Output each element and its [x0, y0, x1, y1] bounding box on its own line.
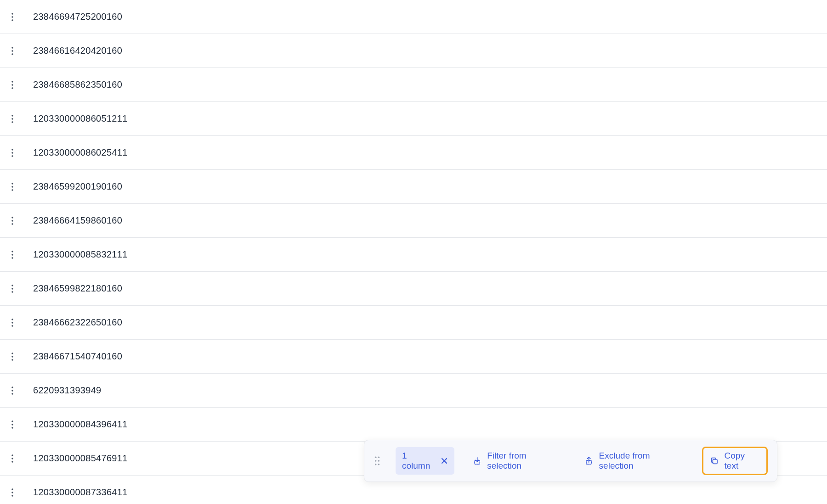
row-menu-button[interactable] [8, 217, 33, 225]
selection-count-label: 1 column [402, 451, 436, 471]
svg-point-33 [11, 386, 13, 388]
row-menu-button[interactable] [8, 386, 33, 395]
table-row[interactable]: 120330000084396411 [0, 408, 827, 442]
svg-point-15 [11, 183, 13, 185]
row-value: 23846694725200160 [33, 11, 122, 22]
svg-point-42 [11, 488, 13, 490]
svg-point-3 [11, 47, 13, 49]
svg-point-26 [11, 291, 13, 293]
table-row[interactable]: 23846685862350160 [0, 68, 827, 102]
row-menu-button[interactable] [8, 251, 33, 259]
exclude-from-selection-button[interactable]: Exclude from selection [579, 447, 689, 475]
svg-point-19 [11, 220, 13, 222]
more-vertical-icon [8, 285, 17, 293]
row-menu-button[interactable] [8, 183, 33, 191]
more-vertical-icon [8, 115, 17, 123]
table-row[interactable]: 23846599200190160 [0, 170, 827, 204]
svg-point-23 [11, 257, 13, 259]
row-value: 120330000085476911 [33, 453, 128, 464]
more-vertical-icon [8, 13, 17, 21]
row-value: 120330000084396411 [33, 419, 128, 430]
row-value: 23846664159860160 [33, 215, 122, 226]
svg-point-31 [11, 356, 13, 358]
svg-point-9 [11, 115, 13, 117]
table-row[interactable]: 120330000086051211 [0, 102, 827, 136]
exclude-label: Exclude from selection [599, 451, 684, 471]
svg-point-6 [11, 81, 13, 83]
svg-point-40 [11, 458, 13, 459]
table-row[interactable]: 23846664159860160 [0, 204, 827, 238]
row-value: 23846599822180160 [33, 283, 122, 294]
row-value: 23846671540740160 [33, 351, 122, 362]
row-menu-button[interactable] [8, 115, 33, 123]
svg-point-18 [11, 217, 13, 218]
svg-point-10 [11, 118, 13, 120]
svg-point-7 [11, 84, 13, 86]
svg-point-36 [11, 420, 13, 422]
row-menu-button[interactable] [8, 454, 33, 463]
svg-point-50 [378, 464, 380, 465]
svg-point-46 [378, 457, 380, 459]
copy-text-button[interactable]: Copy text [702, 447, 768, 475]
table-row[interactable]: 23846616420420160 [0, 34, 827, 68]
row-menu-button[interactable] [8, 319, 33, 327]
svg-rect-55 [713, 459, 718, 464]
table-row[interactable]: 23846662322650160 [0, 306, 827, 340]
table-row[interactable]: 120330000085832111 [0, 238, 827, 272]
svg-point-24 [11, 285, 13, 286]
more-vertical-icon [8, 454, 17, 463]
table-row[interactable]: 23846599822180160 [0, 272, 827, 306]
more-vertical-icon [8, 47, 17, 55]
clear-selection-button[interactable] [441, 457, 448, 465]
table-row[interactable]: 23846671540740160 [0, 340, 827, 374]
svg-point-44 [11, 495, 13, 497]
row-menu-button[interactable] [8, 488, 33, 497]
row-menu-button[interactable] [8, 149, 33, 157]
row-value: 23846685862350160 [33, 79, 122, 90]
row-value: 23846599200190160 [33, 181, 122, 192]
svg-point-35 [11, 393, 13, 395]
svg-point-37 [11, 424, 13, 426]
svg-point-2 [11, 19, 13, 21]
svg-point-17 [11, 189, 13, 191]
svg-point-25 [11, 288, 13, 290]
svg-point-32 [11, 359, 13, 361]
row-menu-button[interactable] [8, 353, 33, 361]
more-vertical-icon [8, 81, 17, 89]
row-menu-button[interactable] [8, 285, 33, 293]
svg-point-47 [375, 460, 377, 462]
row-value: 120330000087336411 [33, 487, 128, 498]
row-menu-button[interactable] [8, 47, 33, 55]
filter-from-selection-button[interactable]: Filter from selection [467, 447, 566, 475]
more-vertical-icon [8, 149, 17, 157]
svg-point-29 [11, 325, 13, 327]
svg-point-14 [11, 155, 13, 157]
svg-point-20 [11, 223, 13, 225]
more-vertical-icon [8, 251, 17, 259]
more-vertical-icon [8, 386, 17, 395]
row-value: 120330000086025411 [33, 147, 128, 158]
row-menu-button[interactable] [8, 13, 33, 21]
svg-point-43 [11, 492, 13, 493]
drag-handle-icon[interactable] [374, 456, 383, 466]
row-value: 23846662322650160 [33, 317, 122, 328]
table-row[interactable]: 120330000086025411 [0, 136, 827, 170]
table-row[interactable]: 6220931393949 [0, 374, 827, 408]
row-value: 120330000086051211 [33, 113, 128, 124]
svg-point-30 [11, 353, 13, 354]
filter-out-icon [584, 456, 593, 465]
copy-label: Copy text [725, 451, 760, 471]
more-vertical-icon [8, 488, 17, 497]
svg-point-13 [11, 152, 13, 154]
row-value: 6220931393949 [33, 385, 102, 396]
more-vertical-icon [8, 353, 17, 361]
row-menu-button[interactable] [8, 81, 33, 89]
data-table: 2384669472520016023846616420420160238466… [0, 0, 827, 504]
row-menu-button[interactable] [8, 420, 33, 429]
svg-point-0 [11, 13, 13, 15]
svg-point-12 [11, 149, 13, 151]
svg-point-38 [11, 427, 13, 429]
table-row[interactable]: 23846694725200160 [0, 0, 827, 34]
svg-point-45 [375, 457, 377, 459]
more-vertical-icon [8, 217, 17, 225]
